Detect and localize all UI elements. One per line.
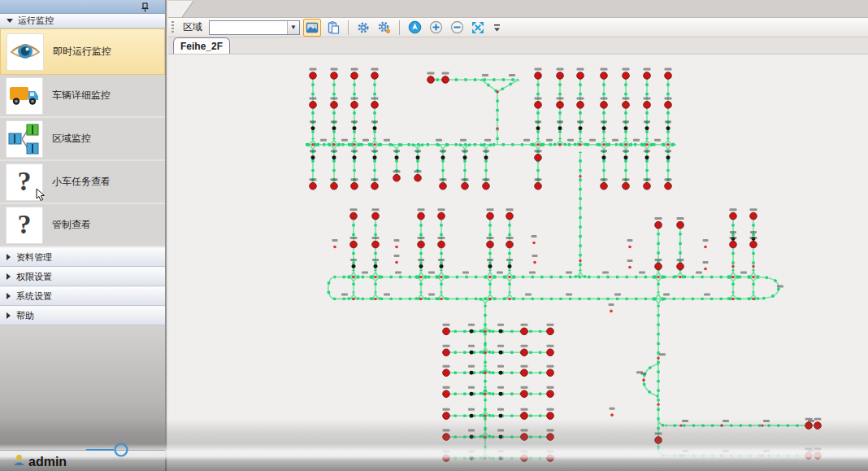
logged-in-user: admin bbox=[28, 455, 67, 469]
toolbar-separator bbox=[399, 20, 400, 35]
toolbar-overflow-button[interactable] bbox=[492, 20, 501, 36]
sidebar-item-control-view[interactable]: ? 管制查看 bbox=[0, 204, 165, 247]
eye-icon bbox=[7, 34, 43, 70]
auto-hide-pin-icon[interactable] bbox=[140, 2, 150, 12]
chevron-right-icon bbox=[7, 312, 11, 319]
sidebar-group-help[interactable]: 帮助 bbox=[0, 306, 165, 325]
main-area: 区域 ▼ bbox=[168, 0, 868, 471]
sidebar-group-data-management[interactable]: 资料管理 bbox=[0, 247, 165, 267]
sidebar-item-label: 管制查看 bbox=[52, 218, 91, 232]
sidebar-item-vehicle-task-view[interactable]: ? 小车任务查看 bbox=[0, 161, 165, 204]
toolbar-grip[interactable] bbox=[171, 21, 174, 34]
chevron-right-icon bbox=[7, 293, 11, 299]
locate-icon bbox=[408, 20, 422, 34]
overflow-icon bbox=[493, 22, 501, 33]
clipboard-button[interactable] bbox=[324, 19, 342, 37]
sidebar-item-vehicle-detail-monitor[interactable]: 车辆详细监控 bbox=[0, 75, 165, 118]
tab-ghost-shape bbox=[168, 1, 194, 18]
user-icon bbox=[13, 454, 25, 469]
toolbar: 区域 ▼ bbox=[168, 18, 868, 37]
clipboard-icon bbox=[327, 21, 340, 34]
fit-screen-button[interactable] bbox=[469, 19, 487, 37]
sidebar-titlebar bbox=[0, 0, 165, 14]
truck-icon bbox=[7, 78, 42, 114]
chevron-down-icon: ▼ bbox=[287, 21, 299, 34]
circle-marker-icon bbox=[86, 443, 130, 460]
zoom-in-icon bbox=[429, 20, 443, 34]
sidebar-item-label: 车辆详细监控 bbox=[52, 89, 111, 102]
sidebar-group-system-settings[interactable]: 系统设置 bbox=[0, 286, 165, 306]
chevron-right-icon bbox=[7, 254, 11, 260]
zoom-in-button[interactable] bbox=[427, 19, 445, 37]
sidebar-item-realtime-monitor[interactable]: 即时运行监控 bbox=[0, 28, 165, 75]
chevron-down-icon bbox=[7, 19, 13, 23]
sidebar-item-label: 即时运行监控 bbox=[53, 45, 111, 59]
tab-feihe-2f[interactable]: Feihe_2F bbox=[173, 37, 230, 54]
svg-text:?: ? bbox=[18, 166, 32, 196]
zoom-out-icon bbox=[450, 20, 464, 34]
sidebar-group-label: 资料管理 bbox=[16, 251, 52, 264]
map-image-button[interactable] bbox=[303, 19, 321, 37]
tab-label: Feihe_2F bbox=[180, 41, 223, 52]
sidebar-group-permission-settings[interactable]: 权限设置 bbox=[0, 267, 165, 286]
gear-icon bbox=[357, 21, 370, 34]
sidebar-group-run-monitor[interactable]: 运行监控 bbox=[0, 14, 165, 28]
area-dropdown[interactable]: ▼ bbox=[209, 20, 300, 35]
sidebar-footer: admin bbox=[0, 450, 165, 471]
area-topology-icon bbox=[7, 121, 42, 157]
locate-button[interactable] bbox=[406, 19, 423, 37]
sidebar-filler bbox=[0, 325, 165, 450]
settings-gear-button[interactable] bbox=[354, 19, 372, 37]
area-dropdown-value bbox=[210, 21, 287, 34]
track-map-canvas[interactable] bbox=[168, 55, 868, 471]
main-top-strip bbox=[168, 0, 868, 18]
settings-gear-alt-button[interactable] bbox=[375, 19, 393, 37]
map-image-icon bbox=[306, 21, 319, 34]
fit-screen-icon bbox=[471, 21, 484, 34]
toolbar-separator bbox=[348, 20, 349, 35]
sidebar-group-label: 系统设置 bbox=[16, 290, 52, 303]
sidebar-group-label: 权限设置 bbox=[16, 271, 52, 283]
sidebar: 运行监控 即时运行监控 bbox=[0, 0, 167, 471]
sidebar-group-label: 运行监控 bbox=[18, 15, 54, 27]
chevron-right-icon bbox=[7, 273, 11, 280]
sidebar-item-label: 小车任务查看 bbox=[52, 175, 111, 189]
area-label: 区域 bbox=[183, 20, 202, 34]
footer-divider bbox=[0, 450, 165, 451]
track-network-diagram bbox=[168, 55, 868, 471]
sidebar-item-area-monitor[interactable]: 区域监控 bbox=[0, 118, 165, 161]
app-window: 运行监控 即时运行监控 bbox=[0, 0, 868, 471]
sidebar-group-label: 帮助 bbox=[16, 310, 34, 322]
gear-alt-icon bbox=[378, 21, 391, 34]
tab-strip: Feihe_2F bbox=[168, 37, 868, 55]
svg-text:?: ? bbox=[18, 209, 32, 239]
zoom-out-button[interactable] bbox=[448, 19, 466, 37]
question-mark-icon: ? bbox=[7, 207, 42, 243]
question-mark-icon: ? bbox=[7, 164, 42, 200]
sidebar-item-label: 区域监控 bbox=[52, 132, 91, 146]
